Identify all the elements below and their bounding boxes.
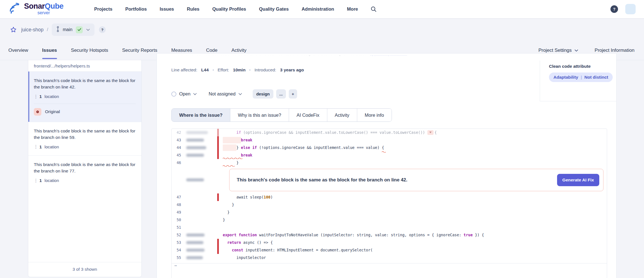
line-number[interactable]: 55 — [172, 254, 183, 261]
nav-item-portfolios[interactable]: Portfolios — [125, 6, 147, 12]
nav-item-projects[interactable]: Projects — [94, 6, 112, 12]
scm-author-column — [183, 144, 217, 151]
brand-text: SonarQube server — [24, 3, 63, 15]
rule-key-link[interactable]: typescript:S3923 — [370, 53, 407, 56]
line-number[interactable]: 52 — [172, 231, 183, 239]
tag-more-button[interactable]: ... — [276, 89, 286, 99]
line-number[interactable]: 46 — [172, 159, 183, 167]
attribute-value: Not distinct — [584, 75, 608, 80]
nav-item-rules[interactable]: Rules — [187, 6, 200, 12]
issue-card[interactable]: This branch's code block is the same as … — [28, 122, 141, 156]
issue-detail-tabs: Where is the issue?Why is this an issue?… — [171, 108, 392, 122]
branch-selector[interactable]: main — [52, 24, 95, 36]
line-number[interactable]: 51 — [172, 224, 183, 231]
project-settings-label: Project Settings — [538, 48, 572, 53]
locations-icon: ⋮ — [34, 178, 37, 183]
locations-label: location — [44, 144, 59, 149]
clean-code-attribute-title: Clean code attribute — [549, 64, 616, 69]
issue-message: This branch's code block is the same as … — [34, 128, 136, 141]
line-number[interactable]: 54 — [172, 246, 183, 254]
token-pl: ) — [271, 195, 273, 199]
chevron-down-icon — [193, 93, 197, 95]
clean-code-attribute-pill[interactable]: Adaptability | Not distinct — [549, 73, 613, 82]
generate-ai-fix-button[interactable]: Generate AI Fix — [557, 174, 599, 186]
line-number[interactable]: 47 — [172, 193, 183, 201]
search-icon[interactable] — [370, 6, 377, 13]
tab-security-reports[interactable]: Security Reports — [122, 41, 157, 60]
scm-author-column — [183, 209, 217, 216]
nav-item-more[interactable]: More — [347, 6, 358, 12]
locations-label: location — [44, 178, 59, 183]
issue-tab-why-is-this-an-issue[interactable]: Why is this an issue? — [230, 109, 289, 122]
token-pl: }) { — [473, 233, 484, 237]
token-pl: inputSelector — [236, 255, 266, 260]
issue-location-flag-icon[interactable] — [427, 130, 434, 135]
line-number[interactable]: 42 — [172, 129, 183, 136]
code-line: 48 } — [172, 201, 607, 209]
issue-tab-activity[interactable]: Activity — [327, 109, 357, 122]
issue-tab-ai-codefix[interactable]: AI CodeFix — [289, 109, 327, 122]
line-number[interactable]: 45 — [172, 151, 183, 159]
user-avatar[interactable] — [625, 4, 636, 14]
branch-help-icon[interactable]: ? — [99, 26, 106, 33]
breadcrumb-separator: / — [47, 27, 48, 32]
scm-author-blurred — [186, 139, 204, 142]
issue-locations[interactable]: ⋮1location — [34, 94, 136, 99]
line-number[interactable]: 44 — [172, 144, 183, 151]
expand-lines-button[interactable]: ⋯ — [174, 264, 607, 268]
status-dropdown[interactable]: Open — [171, 91, 197, 97]
scm-author-column — [183, 216, 217, 224]
original-location-row[interactable]: Original — [34, 108, 136, 116]
tab-project-information[interactable]: Project Information — [595, 48, 634, 53]
code-line: 45 break — [172, 151, 607, 159]
nav-item-quality-profiles[interactable]: Quality Profiles — [212, 6, 246, 12]
issue-locations[interactable]: ⋮1location — [34, 178, 136, 183]
tab-security-hotspots[interactable]: Security Hotspots — [71, 41, 108, 60]
breadcrumb-project-link[interactable]: juice-shop — [21, 27, 44, 33]
issue-tab-where-is-the-issue[interactable]: Where is the issue? — [172, 109, 230, 122]
inline-issue-message: This branch's code block is the same as … — [237, 177, 408, 183]
scm-author-blurred — [186, 233, 205, 237]
token-pl: (!options.ignoreCase && inputElement.val… — [257, 145, 382, 150]
code-line: 54 const inputElement: HTMLInputElement … — [172, 246, 607, 254]
nav-item-administration[interactable]: Administration — [302, 6, 334, 12]
sonarqube-logo[interactable]: SonarQube server — [10, 3, 63, 16]
code-cell: break — [219, 136, 607, 144]
line-number[interactable]: 49 — [172, 209, 183, 216]
dot-icon — [36, 111, 39, 113]
token-pl: } — [236, 160, 239, 165]
issue-detail-panel: The branches in a conditional structure … — [157, 53, 617, 278]
line-number[interactable]: 43 — [172, 136, 183, 144]
scm-author-column — [183, 193, 217, 201]
issue-card[interactable]: This branch's code block is the same as … — [28, 71, 141, 122]
issue-tab-more-info[interactable]: More info — [357, 109, 392, 122]
issue-card[interactable]: This branch's code block is the same as … — [28, 155, 141, 189]
tab-overview[interactable]: Overview — [8, 41, 28, 60]
tab-project-settings[interactable]: Project Settings — [538, 48, 578, 53]
nav-item-issues[interactable]: Issues — [160, 6, 174, 12]
token-kw: const — [232, 248, 243, 252]
line-affected-value[interactable]: L44 — [201, 67, 209, 73]
code-cell: } — [219, 216, 607, 224]
wavy-underline — [223, 157, 242, 159]
line-number[interactable]: 50 — [172, 216, 183, 224]
indent — [223, 202, 232, 207]
clean-code-attribute-panel: Clean code attribute Adaptability | Not … — [540, 60, 616, 101]
help-icon[interactable]: ? — [610, 5, 618, 13]
line-number[interactable]: 53 — [172, 239, 183, 246]
tag-design[interactable]: design — [253, 89, 273, 99]
code-text: } — [223, 216, 225, 224]
locations-count: 1 — [39, 178, 42, 183]
nav-item-quality-gates[interactable]: Quality Gates — [259, 6, 289, 12]
issue-locations[interactable]: ⋮1location — [34, 144, 136, 149]
code-text: } else if (!options.ignoreCase && inputE… — [223, 144, 384, 151]
token-pl: } — [223, 218, 225, 222]
tab-issues[interactable]: Issues — [42, 41, 57, 60]
external-link-icon[interactable] — [409, 53, 413, 56]
token-kw: break — [241, 138, 252, 142]
line-number[interactable]: 48 — [172, 201, 183, 209]
assignee-dropdown[interactable]: Not assigned — [209, 91, 242, 97]
token-kw: return — [227, 240, 241, 245]
favorite-star-icon[interactable] — [10, 26, 17, 33]
tag-add-button[interactable]: + — [289, 89, 297, 99]
